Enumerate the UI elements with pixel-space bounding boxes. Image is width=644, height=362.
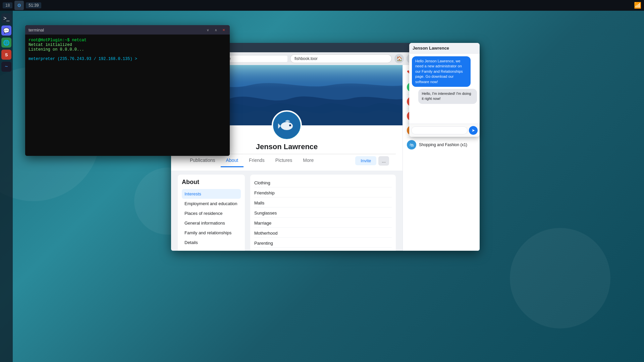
taskbar-app-icon[interactable]: ⚙: [14, 1, 24, 10]
about-right-panel: Clothing Friendship Malls Sunglasses Mar…: [250, 175, 396, 251]
about-section: About Interests Employment and education…: [171, 171, 402, 251]
chat-input-area: ➤: [409, 124, 480, 137]
sidebar-icon-s[interactable]: S: [1, 50, 11, 60]
wifi-icon: 📶: [634, 2, 641, 9]
interest-parenting: Parenting: [254, 239, 392, 248]
terminal-close-btn[interactable]: ✕: [221, 27, 226, 33]
interest-friendship: Friendship: [254, 189, 392, 197]
interest-clothing: Clothing: [254, 179, 392, 187]
svg-point-3: [281, 122, 293, 130]
about-nav-places[interactable]: Places of residence: [182, 208, 241, 218]
chat-messages: Hello Jenson Lawrence, we need a new adm…: [409, 54, 480, 124]
sidebar-icon-discord[interactable]: 💬: [1, 25, 11, 36]
interest-sunglasses: Sunglasses: [254, 209, 392, 218]
chat-bubble-incoming: Hello Jenson Lawrence, we need a new adm…: [412, 56, 471, 87]
terminal-window: terminal ∨ ∧ ✕ root@HotPlugin:~$ netcat …: [25, 25, 230, 156]
url-text: fishbook.toor: [294, 56, 318, 61]
about-nav-general[interactable]: General informations: [182, 218, 241, 228]
taskbar-time: 51:39: [26, 2, 41, 8]
chat-bubble-outgoing: Hello, I'm interested! I'm doing it righ…: [418, 89, 477, 104]
interest-marriage: Marriage: [254, 219, 392, 228]
terminal-maximize-btn[interactable]: ∧: [213, 27, 218, 33]
profile-tabs: Publications About Friends Pictures More…: [178, 154, 396, 167]
tab-about[interactable]: About: [221, 154, 244, 167]
sidebar-icon-tilde[interactable]: ~: [1, 62, 11, 72]
profile-tab-actions: Invite ...: [355, 154, 389, 167]
tab-pictures[interactable]: Pictures: [270, 154, 298, 167]
terminal-titlebar: terminal ∨ ∧ ✕: [25, 25, 230, 35]
dots-button[interactable]: ...: [378, 156, 389, 166]
chat-send-button[interactable]: ➤: [469, 126, 478, 135]
interest-dating: Dating: [254, 249, 392, 251]
home-nav-icon[interactable]: 🏠: [394, 54, 404, 63]
interest-motherhood: Motherhood: [254, 229, 392, 238]
terminal-line-3: Listening on 0.0.0.0...: [29, 47, 226, 52]
profile-name: Jenson Lawrence: [256, 142, 318, 151]
terminal-body[interactable]: root@HotPlugin:~$ netcat Netcat initiali…: [25, 35, 230, 156]
about-nav-family[interactable]: Family and relationships: [182, 228, 241, 238]
taskbar-badge: 18: [3, 2, 12, 8]
about-left-panel: About Interests Employment and education…: [178, 175, 245, 251]
interest-category-shopping: 🛍 Shopping and Fashion (x1): [407, 138, 476, 152]
tab-friends[interactable]: Friends: [244, 154, 270, 167]
terminal-line-2: Netcat initialized: [29, 43, 226, 47]
tab-more[interactable]: More: [298, 154, 319, 167]
sidebar-icon-terminal[interactable]: >_: [1, 13, 11, 23]
avatar-svg: [273, 112, 300, 139]
terminal-minimize-btn[interactable]: ∨: [205, 27, 210, 33]
about-nav-details[interactable]: Details: [182, 238, 241, 247]
profile-avatar: [272, 110, 302, 140]
shopping-icon: 🛍: [407, 140, 416, 149]
about-title: About: [182, 179, 241, 186]
about-nav-employment[interactable]: Employment and education: [182, 199, 241, 208]
about-nav-interests[interactable]: Interests: [182, 189, 241, 199]
about-nav-events[interactable]: Important events: [182, 247, 241, 251]
terminal-line-1: root@HotPlugin:~$ netcat: [29, 38, 226, 43]
left-sidebar: >_ 💬 🌐 S ~: [0, 11, 13, 362]
taskbar: 18 ⚙ 51:39 📶: [0, 0, 644, 11]
url-bar[interactable]: fishbook.toor: [290, 54, 392, 63]
sidebar-icon-globe[interactable]: 🌐: [1, 38, 11, 48]
interest-malls: Malls: [254, 199, 392, 207]
chat-panel: Jenson Lawrence Hello Jenson Lawrence, w…: [409, 43, 480, 137]
chat-header: Jenson Lawrence: [409, 43, 480, 54]
shopping-label: Shopping and Fashion (x1): [419, 142, 467, 147]
tab-publications[interactable]: Publications: [184, 154, 221, 167]
svg-point-5: [289, 124, 291, 126]
terminal-line-4: meterpreter (235.76.243.93 / 192.168.0.1…: [29, 57, 226, 61]
terminal-title: terminal: [29, 27, 44, 33]
interests-list: Clothing Friendship Malls Sunglasses Mar…: [254, 179, 392, 251]
chat-input[interactable]: [411, 126, 468, 134]
invite-button[interactable]: Invite: [355, 156, 376, 165]
